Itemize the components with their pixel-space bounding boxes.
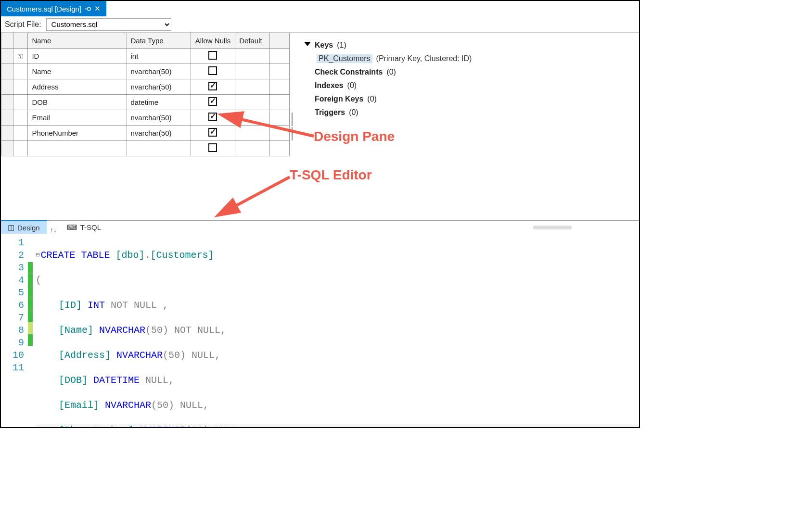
grid-default-header[interactable]: Default [235,33,270,49]
default-cell[interactable] [235,79,270,95]
type-cell[interactable]: int [127,49,191,64]
table-row[interactable]: DOBdatetime [1,95,290,110]
key-cell [13,141,28,156]
tree-keys[interactable]: Keys (1) [304,38,629,52]
checkbox[interactable] [208,51,217,60]
scriptfile-label: Script File: [5,20,41,29]
nulls-cell[interactable] [191,141,235,156]
checkbox[interactable] [208,66,217,75]
change-marks [28,234,33,428]
key-icon: ⚿ [17,53,24,60]
tree-pk-name: PK_Customers [317,54,372,63]
table-row[interactable] [1,141,290,156]
nulls-cell[interactable] [191,126,235,141]
nulls-cell[interactable] [191,64,235,79]
name-cell[interactable]: Name [28,64,127,79]
checkbox[interactable] [208,97,217,106]
spacer-cell [269,126,289,141]
tree-indexes[interactable]: Indexes (0) [304,79,629,92]
checkbox[interactable] [208,113,217,121]
type-cell[interactable]: nvarchar(50) [127,64,191,79]
spacer-cell [269,79,289,95]
row-header[interactable] [1,49,13,64]
checkbox[interactable] [208,128,217,137]
design-pane: Name Data Type Allow Nulls Default ⚿IDin… [1,33,639,220]
row-header[interactable] [1,141,13,156]
close-icon[interactable]: ✕ [94,4,101,13]
tab-tsql[interactable]: ⌨ T-SQL [60,220,108,234]
tree-triggers[interactable]: Triggers (0) [304,106,629,119]
splitter-handle[interactable] [533,226,572,229]
code-body[interactable]: ⊟CREATE TABLE [dbo].[Customers] ( [ID] I… [33,234,639,428]
table-row[interactable]: Namenvarchar(50) [1,64,290,79]
tree-triggers-label: Triggers [315,108,345,117]
editor-tabs: ◫ Design ↑↓ ⌨ T-SQL [1,220,639,234]
name-cell[interactable]: Email [28,110,127,126]
line-number-gutter: 1234567891011 [1,234,28,428]
row-header[interactable] [1,126,13,141]
tsql-editor[interactable]: 1234567891011 ⊟CREATE TABLE [dbo].[Custo… [1,234,639,428]
name-cell[interactable]: Address [28,79,127,95]
type-cell[interactable]: datetime [127,95,191,110]
tree-pk-detail: (Primary Key, Clustered: ID) [376,54,472,63]
table-row[interactable]: Emailnvarchar(50) [1,110,290,126]
scriptfile-select[interactable]: Customers.sql [46,18,171,31]
line-number: 8 [1,324,24,337]
checkbox[interactable] [208,82,217,90]
tree-pk[interactable]: PK_Customers (Primary Key, Clustered: ID… [317,52,629,65]
vertical-splitter[interactable] [290,33,294,220]
line-number: 1 [1,237,24,249]
tree-fk-label: Foreign Keys [315,95,363,103]
grid-name-header[interactable]: Name [28,33,127,49]
document-tab[interactable]: Customers.sql [Design] ⚲ ✕ [1,1,106,16]
row-header[interactable] [1,110,13,126]
swap-panes-button[interactable]: ↑↓ [47,226,60,234]
default-cell[interactable] [235,110,270,126]
key-cell [13,126,28,141]
nulls-cell[interactable] [191,79,235,95]
tsql-tab-label: T-SQL [80,223,101,231]
name-cell[interactable] [28,141,127,156]
line-number: 5 [1,287,24,299]
default-cell[interactable] [235,141,270,156]
pin-icon[interactable]: ⚲ [84,6,92,12]
table-row[interactable]: PhoneNumbernvarchar(50) [1,126,290,141]
type-cell[interactable]: nvarchar(50) [127,79,191,95]
row-header[interactable] [1,64,13,79]
table-row[interactable]: ⚿IDint [1,49,290,64]
default-cell[interactable] [235,126,270,141]
grid-key-header [13,33,28,49]
line-number: 4 [1,274,24,287]
spacer-cell [269,95,289,110]
name-cell[interactable]: DOB [28,95,127,110]
default-cell[interactable] [235,95,270,110]
tree-check[interactable]: Check Constraints (0) [304,65,629,79]
spacer-cell [269,141,289,156]
nulls-cell[interactable] [191,110,235,126]
tab-design[interactable]: ◫ Design [1,220,47,234]
tree-keys-label: Keys [315,41,333,50]
name-cell[interactable]: PhoneNumber [28,126,127,141]
type-cell[interactable] [127,141,191,156]
grid-spacer-header [269,33,289,49]
nulls-cell[interactable] [191,49,235,64]
default-cell[interactable] [235,49,270,64]
columns-grid[interactable]: Name Data Type Allow Nulls Default ⚿IDin… [1,33,290,156]
grid-corner [1,33,13,49]
grid-nulls-header[interactable]: Allow Nulls [191,33,235,49]
type-cell[interactable]: nvarchar(50) [127,110,191,126]
row-header[interactable] [1,95,13,110]
table-row[interactable]: Addressnvarchar(50) [1,79,290,95]
tsql-tab-icon: ⌨ [67,223,77,232]
row-header[interactable] [1,79,13,95]
type-cell[interactable]: nvarchar(50) [127,126,191,141]
line-number: 7 [1,312,24,324]
checkbox[interactable] [208,143,217,152]
grid-type-header[interactable]: Data Type [127,33,191,49]
line-number: 6 [1,299,24,312]
default-cell[interactable] [235,64,270,79]
tree-fk[interactable]: Foreign Keys (0) [304,92,629,106]
name-cell[interactable]: ID [28,49,127,64]
nulls-cell[interactable] [191,95,235,110]
chevron-down-icon [304,42,311,49]
